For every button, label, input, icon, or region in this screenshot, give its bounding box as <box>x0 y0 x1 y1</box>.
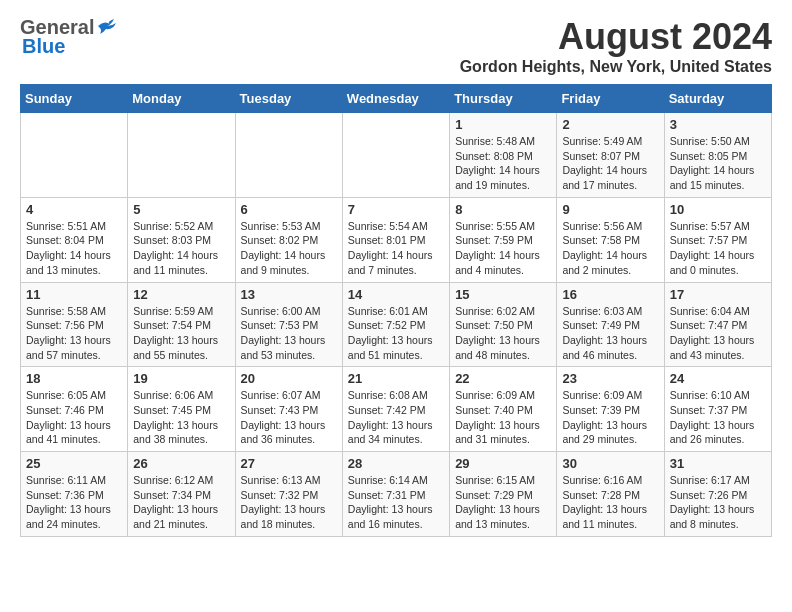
day-info: Sunrise: 6:09 AMSunset: 7:39 PMDaylight:… <box>562 388 658 447</box>
weekday-header: Sunday <box>21 85 128 113</box>
day-number: 15 <box>455 287 551 302</box>
day-info: Sunrise: 5:55 AMSunset: 7:59 PMDaylight:… <box>455 219 551 278</box>
day-number: 16 <box>562 287 658 302</box>
location-title: Gordon Heights, New York, United States <box>460 58 772 76</box>
day-number: 7 <box>348 202 444 217</box>
calendar-cell: 3Sunrise: 5:50 AMSunset: 8:05 PMDaylight… <box>664 113 771 198</box>
calendar-cell: 15Sunrise: 6:02 AMSunset: 7:50 PMDayligh… <box>450 282 557 367</box>
day-number: 9 <box>562 202 658 217</box>
calendar-cell: 17Sunrise: 6:04 AMSunset: 7:47 PMDayligh… <box>664 282 771 367</box>
day-number: 10 <box>670 202 766 217</box>
day-info: Sunrise: 5:58 AMSunset: 7:56 PMDaylight:… <box>26 304 122 363</box>
calendar-table: SundayMondayTuesdayWednesdayThursdayFrid… <box>20 84 772 537</box>
calendar-cell: 9Sunrise: 5:56 AMSunset: 7:58 PMDaylight… <box>557 197 664 282</box>
calendar-cell: 18Sunrise: 6:05 AMSunset: 7:46 PMDayligh… <box>21 367 128 452</box>
calendar-week-row: 1Sunrise: 5:48 AMSunset: 8:08 PMDaylight… <box>21 113 772 198</box>
title-area: August 2024 Gordon Heights, New York, Un… <box>460 16 772 76</box>
calendar-cell: 27Sunrise: 6:13 AMSunset: 7:32 PMDayligh… <box>235 452 342 537</box>
calendar-header-row: SundayMondayTuesdayWednesdayThursdayFrid… <box>21 85 772 113</box>
weekday-header: Friday <box>557 85 664 113</box>
day-number: 22 <box>455 371 551 386</box>
calendar-cell <box>128 113 235 198</box>
calendar-cell: 16Sunrise: 6:03 AMSunset: 7:49 PMDayligh… <box>557 282 664 367</box>
weekday-header: Saturday <box>664 85 771 113</box>
calendar-cell: 20Sunrise: 6:07 AMSunset: 7:43 PMDayligh… <box>235 367 342 452</box>
weekday-header: Thursday <box>450 85 557 113</box>
calendar-cell: 4Sunrise: 5:51 AMSunset: 8:04 PMDaylight… <box>21 197 128 282</box>
calendar-cell: 31Sunrise: 6:17 AMSunset: 7:26 PMDayligh… <box>664 452 771 537</box>
day-info: Sunrise: 6:13 AMSunset: 7:32 PMDaylight:… <box>241 473 337 532</box>
calendar-cell: 2Sunrise: 5:49 AMSunset: 8:07 PMDaylight… <box>557 113 664 198</box>
day-number: 13 <box>241 287 337 302</box>
day-info: Sunrise: 5:53 AMSunset: 8:02 PMDaylight:… <box>241 219 337 278</box>
day-info: Sunrise: 6:03 AMSunset: 7:49 PMDaylight:… <box>562 304 658 363</box>
day-number: 3 <box>670 117 766 132</box>
calendar-cell: 28Sunrise: 6:14 AMSunset: 7:31 PMDayligh… <box>342 452 449 537</box>
weekday-header: Wednesday <box>342 85 449 113</box>
logo: General Blue <box>20 16 118 58</box>
day-info: Sunrise: 6:11 AMSunset: 7:36 PMDaylight:… <box>26 473 122 532</box>
day-number: 5 <box>133 202 229 217</box>
calendar-cell: 14Sunrise: 6:01 AMSunset: 7:52 PMDayligh… <box>342 282 449 367</box>
day-info: Sunrise: 5:59 AMSunset: 7:54 PMDaylight:… <box>133 304 229 363</box>
day-info: Sunrise: 5:52 AMSunset: 8:03 PMDaylight:… <box>133 219 229 278</box>
calendar-cell: 1Sunrise: 5:48 AMSunset: 8:08 PMDaylight… <box>450 113 557 198</box>
day-info: Sunrise: 6:05 AMSunset: 7:46 PMDaylight:… <box>26 388 122 447</box>
logo-bird-icon <box>96 18 118 36</box>
logo-blue-text: Blue <box>22 35 65 58</box>
calendar-cell: 11Sunrise: 5:58 AMSunset: 7:56 PMDayligh… <box>21 282 128 367</box>
calendar-cell: 30Sunrise: 6:16 AMSunset: 7:28 PMDayligh… <box>557 452 664 537</box>
day-info: Sunrise: 6:10 AMSunset: 7:37 PMDaylight:… <box>670 388 766 447</box>
day-number: 12 <box>133 287 229 302</box>
day-info: Sunrise: 6:04 AMSunset: 7:47 PMDaylight:… <box>670 304 766 363</box>
day-info: Sunrise: 5:57 AMSunset: 7:57 PMDaylight:… <box>670 219 766 278</box>
day-info: Sunrise: 5:54 AMSunset: 8:01 PMDaylight:… <box>348 219 444 278</box>
day-info: Sunrise: 6:08 AMSunset: 7:42 PMDaylight:… <box>348 388 444 447</box>
day-info: Sunrise: 6:01 AMSunset: 7:52 PMDaylight:… <box>348 304 444 363</box>
day-info: Sunrise: 5:51 AMSunset: 8:04 PMDaylight:… <box>26 219 122 278</box>
day-number: 8 <box>455 202 551 217</box>
calendar-cell: 26Sunrise: 6:12 AMSunset: 7:34 PMDayligh… <box>128 452 235 537</box>
day-info: Sunrise: 6:00 AMSunset: 7:53 PMDaylight:… <box>241 304 337 363</box>
day-number: 11 <box>26 287 122 302</box>
day-info: Sunrise: 6:15 AMSunset: 7:29 PMDaylight:… <box>455 473 551 532</box>
day-number: 19 <box>133 371 229 386</box>
calendar-cell: 29Sunrise: 6:15 AMSunset: 7:29 PMDayligh… <box>450 452 557 537</box>
calendar-week-row: 25Sunrise: 6:11 AMSunset: 7:36 PMDayligh… <box>21 452 772 537</box>
day-info: Sunrise: 6:16 AMSunset: 7:28 PMDaylight:… <box>562 473 658 532</box>
day-info: Sunrise: 6:06 AMSunset: 7:45 PMDaylight:… <box>133 388 229 447</box>
day-number: 17 <box>670 287 766 302</box>
calendar-cell: 7Sunrise: 5:54 AMSunset: 8:01 PMDaylight… <box>342 197 449 282</box>
calendar-cell: 24Sunrise: 6:10 AMSunset: 7:37 PMDayligh… <box>664 367 771 452</box>
day-number: 6 <box>241 202 337 217</box>
day-number: 4 <box>26 202 122 217</box>
day-number: 24 <box>670 371 766 386</box>
calendar-cell: 12Sunrise: 5:59 AMSunset: 7:54 PMDayligh… <box>128 282 235 367</box>
calendar-cell <box>342 113 449 198</box>
calendar-cell: 25Sunrise: 6:11 AMSunset: 7:36 PMDayligh… <box>21 452 128 537</box>
calendar-cell: 22Sunrise: 6:09 AMSunset: 7:40 PMDayligh… <box>450 367 557 452</box>
page-header: General Blue August 2024 Gordon Heights,… <box>20 16 772 76</box>
weekday-header: Monday <box>128 85 235 113</box>
day-info: Sunrise: 5:56 AMSunset: 7:58 PMDaylight:… <box>562 219 658 278</box>
day-info: Sunrise: 5:50 AMSunset: 8:05 PMDaylight:… <box>670 134 766 193</box>
day-info: Sunrise: 6:09 AMSunset: 7:40 PMDaylight:… <box>455 388 551 447</box>
day-number: 2 <box>562 117 658 132</box>
calendar-cell <box>235 113 342 198</box>
day-number: 30 <box>562 456 658 471</box>
day-info: Sunrise: 5:48 AMSunset: 8:08 PMDaylight:… <box>455 134 551 193</box>
day-info: Sunrise: 6:17 AMSunset: 7:26 PMDaylight:… <box>670 473 766 532</box>
day-number: 23 <box>562 371 658 386</box>
calendar-cell: 10Sunrise: 5:57 AMSunset: 7:57 PMDayligh… <box>664 197 771 282</box>
day-number: 25 <box>26 456 122 471</box>
day-number: 27 <box>241 456 337 471</box>
calendar-cell <box>21 113 128 198</box>
day-number: 18 <box>26 371 122 386</box>
day-number: 28 <box>348 456 444 471</box>
calendar-cell: 8Sunrise: 5:55 AMSunset: 7:59 PMDaylight… <box>450 197 557 282</box>
day-number: 20 <box>241 371 337 386</box>
calendar-week-row: 18Sunrise: 6:05 AMSunset: 7:46 PMDayligh… <box>21 367 772 452</box>
calendar-cell: 21Sunrise: 6:08 AMSunset: 7:42 PMDayligh… <box>342 367 449 452</box>
day-info: Sunrise: 5:49 AMSunset: 8:07 PMDaylight:… <box>562 134 658 193</box>
day-number: 1 <box>455 117 551 132</box>
